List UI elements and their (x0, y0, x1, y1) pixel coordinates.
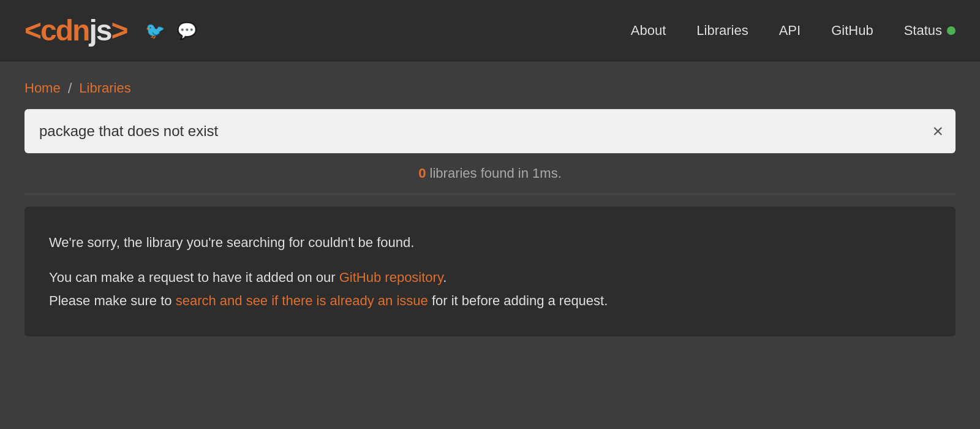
breadcrumb-current: Libraries (79, 80, 130, 96)
nav-status[interactable]: Status (904, 23, 956, 39)
search-container: × (24, 109, 956, 153)
breadcrumb: Home / Libraries (24, 80, 956, 97)
logo-area: <cdnjs> (24, 13, 197, 47)
status-dot (947, 26, 956, 35)
results-text: libraries found in 1ms. (426, 165, 561, 181)
results-number: 0 (418, 165, 426, 181)
logo-js: js (89, 14, 111, 47)
github-repository-link[interactable]: GitHub repository (339, 270, 443, 285)
site-logo[interactable]: <cdnjs> (24, 13, 127, 47)
nav-github[interactable]: GitHub (831, 23, 873, 39)
error-line3-suffix: for it before adding a request. (428, 293, 608, 308)
error-line3-prefix: Please make sure to (49, 293, 176, 308)
chat-icon[interactable] (177, 21, 197, 40)
logo-cdn: cdn (40, 14, 89, 47)
error-line2-suffix: . (443, 270, 447, 285)
site-header: <cdnjs> About Libraries API GitHub Statu… (0, 0, 980, 61)
breadcrumb-separator: / (68, 80, 72, 97)
main-nav: About Libraries API GitHub Status (631, 23, 956, 39)
main-content: Home / Libraries × 0 libraries found in … (0, 61, 980, 355)
logo-left-bracket: < (24, 14, 40, 47)
search-clear-button[interactable]: × (932, 122, 943, 140)
twitter-icon[interactable] (145, 21, 165, 40)
nav-about[interactable]: About (631, 23, 666, 39)
search-input[interactable] (24, 109, 956, 153)
error-line2-prefix: You can make a request to have it added … (49, 270, 339, 285)
error-line2: You can make a request to have it added … (49, 266, 931, 312)
logo-right-bracket: > (111, 14, 127, 47)
nav-api[interactable]: API (779, 23, 801, 39)
nav-status-label: Status (904, 23, 942, 39)
breadcrumb-home[interactable]: Home (24, 80, 61, 96)
error-line1: We're sorry, the library you're searchin… (49, 231, 931, 254)
social-icons (145, 21, 197, 40)
nav-libraries[interactable]: Libraries (696, 23, 748, 39)
error-card: We're sorry, the library you're searchin… (24, 207, 956, 336)
results-count: 0 libraries found in 1ms. (24, 165, 956, 194)
search-issues-link[interactable]: search and see if there is already an is… (176, 293, 428, 308)
